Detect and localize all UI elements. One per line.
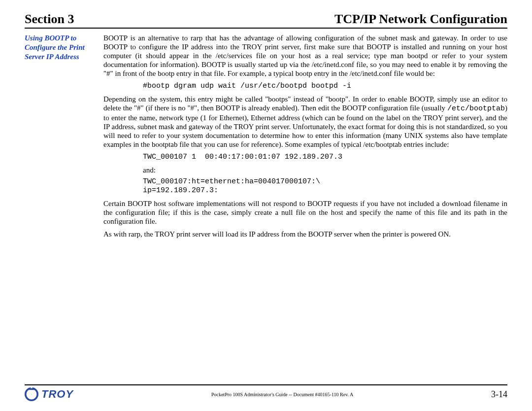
document-page: Section 3 TCP/IP Network Configuration U…	[0, 0, 532, 411]
paragraph-3: Certain BOOTP host software implementati…	[103, 199, 507, 226]
code-block-2: TWC_000107 1 00:40:17:00:01:07 192.189.2…	[103, 153, 507, 162]
code-block-1: #bootp dgram udp wait /usr/etc/bootpd bo…	[103, 82, 507, 91]
page-body: Using BOOTP to Configure the Print Serve…	[25, 34, 507, 242]
footer-row: TROY PocketPro 100S Administrator's Guid…	[25, 387, 507, 401]
paragraph-1: BOOTP is an alternative to rarp that has…	[103, 34, 507, 78]
page-number: 3-14	[491, 389, 507, 400]
and-label: and:	[103, 166, 507, 174]
main-content: BOOTP is an alternative to rarp that has…	[103, 34, 507, 242]
code-block-3: TWC_000107:ht=ethernet:ha=004017000107:\…	[103, 177, 507, 195]
sidebar-heading: Using BOOTP to Configure the Print Serve…	[25, 34, 103, 242]
footer-rule	[25, 384, 507, 385]
svg-rect-2	[29, 388, 34, 390]
document-id: PocketPro 100S Administrator's Guide -- …	[211, 392, 353, 397]
brand-logo-icon	[25, 387, 38, 401]
page-header: Section 3 TCP/IP Network Configuration	[25, 12, 507, 29]
inline-code-bootptab: /etc/bootptab	[447, 104, 505, 113]
brand-name: TROY	[41, 388, 73, 401]
brand-logo: TROY	[25, 387, 73, 401]
paragraph-4: As with rarp, the TROY print server will…	[103, 230, 507, 239]
paragraph-2: Depending on the system, this entry migh…	[103, 95, 507, 149]
page-footer: TROY PocketPro 100S Administrator's Guid…	[25, 384, 507, 401]
section-label: Section 3	[25, 12, 74, 27]
page-title: TCP/IP Network Configuration	[334, 12, 507, 27]
